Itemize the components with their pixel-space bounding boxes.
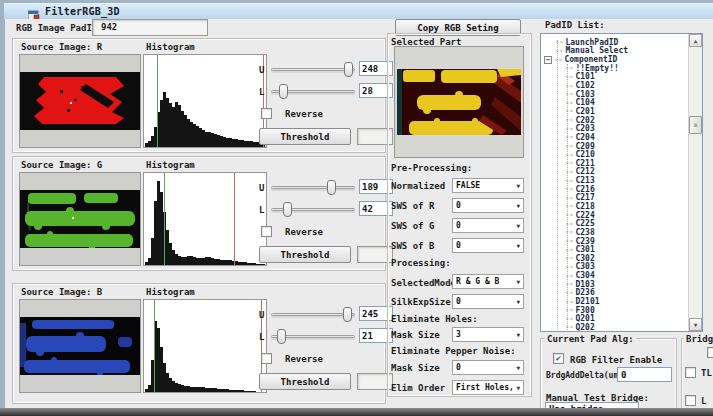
slider-thumb[interactable] bbox=[277, 329, 286, 344]
tree-item-label: Q202 bbox=[575, 323, 594, 332]
reverse-checkbox-g[interactable] bbox=[261, 226, 272, 237]
mask-size-1-value: 3 bbox=[456, 330, 461, 339]
app-icon bbox=[28, 6, 40, 18]
tree-item[interactable]: --D236 bbox=[541, 289, 687, 298]
tree-item[interactable]: --C210 bbox=[541, 150, 687, 159]
tree-item[interactable]: --Q201 bbox=[541, 315, 687, 324]
threshold-button-r[interactable]: Threshold bbox=[259, 128, 351, 145]
normalized-combo[interactable]: FALSE▼ bbox=[452, 178, 524, 193]
tree-connector: -- bbox=[565, 133, 573, 141]
tree-scrollbar[interactable]: ▲ ≡ ▼ bbox=[688, 34, 702, 331]
tree-item[interactable]: --C238 bbox=[541, 228, 687, 237]
rgb-filter-enable-checkbox[interactable]: ✔ bbox=[553, 353, 564, 364]
scroll-down-icon[interactable]: ▼ bbox=[689, 318, 702, 331]
tree-item[interactable]: --C101 bbox=[541, 73, 687, 82]
collapse-icon[interactable]: − bbox=[544, 56, 552, 64]
tree-item[interactable]: --C212 bbox=[541, 168, 687, 177]
tree-connector: -- bbox=[554, 56, 562, 64]
scroll-up-icon[interactable]: ▲ bbox=[689, 34, 702, 47]
tree-item-label: C302 bbox=[575, 254, 594, 263]
histogram-b-lower-marker bbox=[154, 300, 155, 392]
tree-item-label: Q201 bbox=[575, 314, 594, 323]
tree-item-label: !!Empty!! bbox=[575, 64, 618, 73]
tree-item[interactable]: --C211 bbox=[541, 159, 687, 168]
reverse-label: Reverse bbox=[285, 109, 323, 119]
slider-thumb[interactable] bbox=[344, 62, 353, 77]
elim-order-combo[interactable]: First Holes,▼ bbox=[452, 380, 524, 395]
tree-item[interactable]: --C217 bbox=[541, 194, 687, 203]
u-slider-b[interactable] bbox=[271, 306, 355, 323]
tree-item[interactable]: --C204 bbox=[541, 133, 687, 142]
reverse-checkbox-r[interactable] bbox=[261, 108, 272, 119]
u-slider-r[interactable] bbox=[271, 61, 355, 78]
sws-g-combo[interactable]: 0▼ bbox=[452, 218, 524, 233]
tree-item[interactable]: --C201 bbox=[541, 107, 687, 116]
tree-item[interactable]: --C301 bbox=[541, 245, 687, 254]
u-slider-g[interactable] bbox=[271, 179, 355, 196]
tree-connector: -- bbox=[565, 228, 573, 236]
tree-item[interactable]: --C304 bbox=[541, 271, 687, 280]
channel-group-g: Source Image: G Histogram U bbox=[12, 156, 386, 271]
bridge-checkbox-partial[interactable] bbox=[707, 347, 713, 358]
histogram-b bbox=[143, 299, 267, 393]
tree-connector: -- bbox=[565, 142, 573, 150]
tree-item[interactable]: --C213 bbox=[541, 176, 687, 185]
tree-item[interactable]: --C225 bbox=[541, 219, 687, 228]
tree-item[interactable]: --LaunchPadID bbox=[541, 38, 687, 47]
tree-item[interactable]: --Q202 bbox=[541, 323, 687, 332]
slider-thumb[interactable] bbox=[279, 84, 288, 99]
l-label: L bbox=[259, 87, 264, 97]
tree-rows: --LaunchPadID--Manual Select−--Component… bbox=[541, 38, 687, 332]
l-checkbox[interactable] bbox=[685, 395, 696, 406]
scrollbar-thumb[interactable]: ≡ bbox=[689, 116, 702, 134]
l-slider-g[interactable] bbox=[271, 201, 355, 218]
l-slider-b[interactable] bbox=[271, 328, 355, 345]
tl-checkbox[interactable] bbox=[685, 367, 696, 378]
l-label: L bbox=[259, 205, 264, 215]
threshold-button-g[interactable]: Threshold bbox=[259, 246, 351, 263]
sws-r-combo[interactable]: 0▼ bbox=[452, 198, 524, 213]
tree-connector: -- bbox=[565, 73, 573, 81]
tree-item[interactable]: --F300 bbox=[541, 306, 687, 315]
threshold-button-b[interactable]: Threshold bbox=[259, 373, 351, 390]
tree-item[interactable]: --Manual Select bbox=[541, 47, 687, 56]
normalized-label: Normalized bbox=[391, 181, 445, 191]
tree-item[interactable]: --C203 bbox=[541, 124, 687, 133]
l-slider-r[interactable] bbox=[271, 83, 355, 100]
tree-item[interactable]: --C303 bbox=[541, 263, 687, 272]
elim-order-label: Elim Order bbox=[391, 383, 445, 393]
tree-item[interactable]: --C224 bbox=[541, 211, 687, 220]
slider-thumb[interactable] bbox=[327, 180, 336, 195]
tree-item[interactable]: --C239 bbox=[541, 237, 687, 246]
mask-size-1-combo[interactable]: 3▼ bbox=[452, 327, 524, 342]
tree-connector: -- bbox=[565, 99, 573, 107]
silk-exp-combo[interactable]: 0▼ bbox=[452, 294, 524, 309]
bridge-delta-input[interactable] bbox=[617, 367, 672, 382]
tree-item[interactable]: --!!Empty!! bbox=[541, 64, 687, 73]
tree-item[interactable]: --D2101 bbox=[541, 297, 687, 306]
tree-connector: -- bbox=[565, 90, 573, 98]
tree-item[interactable]: --C102 bbox=[541, 81, 687, 90]
sws-b-combo[interactable]: 0▼ bbox=[452, 238, 524, 253]
tree-item[interactable]: --C216 bbox=[541, 185, 687, 194]
selected-part-image bbox=[394, 46, 524, 158]
tree-item[interactable]: --C202 bbox=[541, 116, 687, 125]
tree-item[interactable]: --C104 bbox=[541, 98, 687, 107]
reverse-checkbox-b[interactable] bbox=[261, 353, 272, 364]
slider-thumb[interactable] bbox=[283, 202, 292, 217]
tree-item[interactable]: --C209 bbox=[541, 142, 687, 151]
histogram-g bbox=[143, 172, 267, 266]
tree-item[interactable]: --C302 bbox=[541, 254, 687, 263]
slider-thumb[interactable] bbox=[343, 307, 352, 322]
selected-mode-combo[interactable]: R & G & B▼ bbox=[452, 274, 524, 289]
rgb-filter-enable-label: RGB Filter Enable bbox=[570, 355, 662, 365]
chevron-down-icon: ▼ bbox=[516, 298, 520, 305]
tree-item[interactable]: --C103 bbox=[541, 90, 687, 99]
mask-size-2-combo[interactable]: 0▼ bbox=[452, 360, 524, 375]
mask-size-2-label: Mask Size bbox=[391, 363, 440, 373]
tree-item[interactable]: --D103 bbox=[541, 280, 687, 289]
tree-connector: -- bbox=[565, 64, 573, 72]
title-bar[interactable]: FilterRGB_3D bbox=[4, 3, 713, 19]
tree-item[interactable]: −--ComponentID bbox=[541, 55, 687, 64]
tree-item[interactable]: --C218 bbox=[541, 202, 687, 211]
